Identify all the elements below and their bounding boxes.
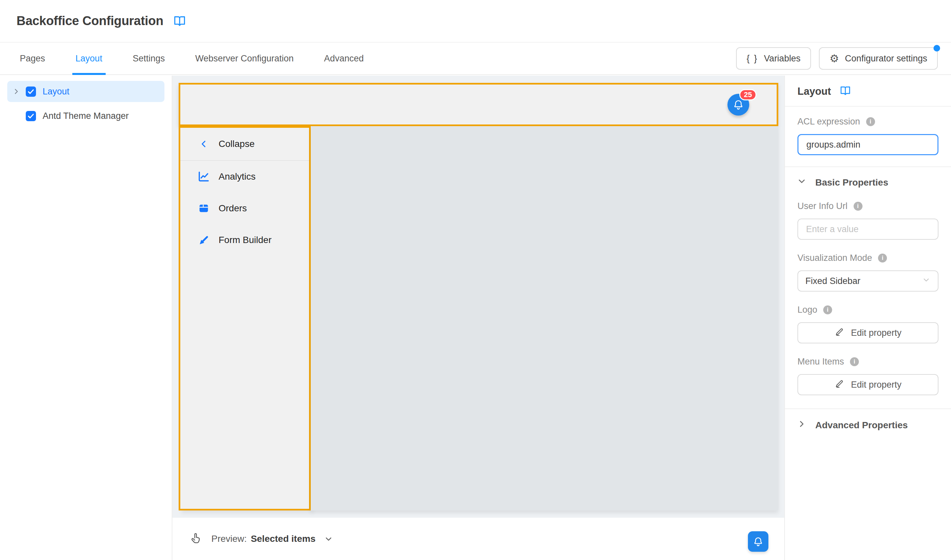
sidebar-item-label: Analytics [219, 171, 255, 182]
visualization-mode-label: Visualization Mode [797, 253, 872, 263]
logo-edit-property-label: Edit property [851, 328, 902, 338]
chevron-down-icon [797, 177, 806, 188]
pen-arrow-icon [197, 234, 210, 246]
chevron-left-icon [197, 139, 210, 149]
layout-checkbox[interactable] [26, 86, 36, 97]
tabs: Pages Layout Settings Webserver Configur… [20, 43, 394, 74]
tab-layout[interactable]: Layout [75, 43, 102, 74]
acl-expression-input[interactable] [797, 134, 939, 155]
tab-webserver-configuration[interactable]: Webserver Configuration [195, 43, 294, 74]
chevron-right-icon[interactable] [12, 88, 26, 95]
variables-button-label: Variables [764, 54, 801, 64]
book-icon[interactable] [840, 86, 851, 97]
book-icon[interactable] [173, 15, 186, 27]
box-icon [197, 202, 210, 214]
chevron-down-icon [324, 534, 333, 543]
preview-sidebar-component[interactable]: Collapse Analytics [179, 126, 311, 511]
preview-content-area [311, 126, 778, 511]
visualization-mode-value: Fixed Sidebar [805, 276, 860, 286]
advanced-properties-heading: Advanced Properties [815, 420, 908, 431]
collapse-label: Collapse [219, 139, 255, 149]
menu-items-edit-property-button[interactable]: Edit property [797, 374, 939, 395]
tab-bar: Pages Layout Settings Webserver Configur… [0, 42, 951, 75]
menu-items-field: Menu Items i Edit property [797, 357, 939, 395]
chevron-right-icon [797, 420, 806, 431]
pen-icon [834, 379, 844, 391]
advanced-properties-toggle[interactable]: Advanced Properties [797, 420, 939, 431]
hand-pointer-icon [189, 532, 202, 546]
visualization-mode-field: Visualization Mode i Fixed Sidebar [797, 253, 939, 292]
tab-settings[interactable]: Settings [133, 43, 165, 74]
inspector-panel: Layout ACL expression i Basic Pro [784, 75, 951, 560]
notification-count-badge: 25 [739, 89, 757, 100]
tree-item-label: Antd Theme Manager [43, 111, 129, 121]
sidebar-item-form-builder[interactable]: Form Builder [180, 224, 309, 256]
sidebar-item-label: Orders [219, 203, 247, 214]
tab-actions: { } Variables ⚙ Configurator settings [736, 47, 938, 70]
sidebar-item-analytics[interactable]: Analytics [180, 161, 309, 192]
antd-theme-manager-checkbox[interactable] [26, 111, 36, 121]
tree-item-layout[interactable]: Layout [7, 81, 165, 102]
configurator-settings-button[interactable]: ⚙ Configurator settings [819, 47, 938, 70]
preview-canvas: 25 Collapse Analytics [172, 75, 784, 518]
info-icon[interactable]: i [866, 117, 875, 126]
settings-notification-dot [934, 45, 940, 51]
backoffice-configurator-app: Backoffice Configuration Pages Layout Se… [0, 0, 951, 560]
tree-item-antd-theme-manager[interactable]: Antd Theme Manager [7, 105, 165, 126]
pen-icon [834, 327, 844, 339]
chevron-down-icon [922, 276, 931, 287]
basic-properties-heading: Basic Properties [815, 177, 888, 188]
preview-mode-value: Selected items [251, 534, 315, 544]
basic-properties-section: Basic Properties User Info Url i Visuali… [785, 167, 951, 397]
acl-section: ACL expression i [785, 107, 951, 166]
user-info-url-input[interactable] [797, 218, 939, 240]
basic-properties-toggle[interactable]: Basic Properties [797, 177, 939, 188]
info-icon[interactable]: i [850, 357, 859, 366]
advanced-properties-section: Advanced Properties [785, 409, 951, 441]
braces-icon: { } [746, 54, 758, 64]
menu-items-label: Menu Items [797, 357, 844, 367]
inspector-header: Layout [785, 75, 951, 106]
preview-header-component[interactable]: 25 [179, 83, 778, 126]
tab-pages[interactable]: Pages [20, 43, 45, 74]
acl-expression-label: ACL expression [797, 117, 860, 127]
tree-item-label: Layout [43, 86, 69, 97]
variables-button[interactable]: { } Variables [736, 47, 811, 70]
logo-label: Logo [797, 305, 817, 315]
preview-mode-dropdown[interactable]: Preview: Selected items [211, 534, 333, 544]
page-title: Backoffice Configuration [17, 14, 163, 28]
logo-field: Logo i Edit property [797, 305, 939, 343]
logo-edit-property-button[interactable]: Edit property [797, 322, 939, 343]
page-header: Backoffice Configuration [0, 0, 951, 42]
notification-bell-button[interactable]: 25 [728, 94, 749, 115]
component-tree-panel: Layout Antd Theme Manager [0, 75, 172, 560]
bottom-bar: Preview: Selected items [172, 518, 784, 560]
configurator-settings-label: Configurator settings [845, 54, 927, 64]
tab-advanced[interactable]: Advanced [324, 43, 363, 74]
visualization-mode-select[interactable]: Fixed Sidebar [797, 271, 939, 292]
sidebar-item-orders[interactable]: Orders [180, 192, 309, 224]
inspector-title: Layout [797, 86, 831, 97]
sidebar-item-label: Form Builder [219, 235, 271, 245]
sidebar-collapse-button[interactable]: Collapse [180, 128, 309, 161]
user-info-url-field: User Info Url i [797, 201, 939, 240]
info-icon[interactable]: i [854, 202, 863, 211]
gear-icon: ⚙ [829, 53, 839, 64]
menu-items-edit-property-label: Edit property [851, 380, 902, 390]
user-info-url-label: User Info Url [797, 201, 848, 211]
info-icon[interactable]: i [823, 305, 832, 314]
info-icon[interactable]: i [878, 254, 887, 263]
chart-line-icon [197, 171, 210, 183]
notifications-button[interactable] [748, 531, 768, 552]
preview-label: Preview: [211, 534, 247, 544]
